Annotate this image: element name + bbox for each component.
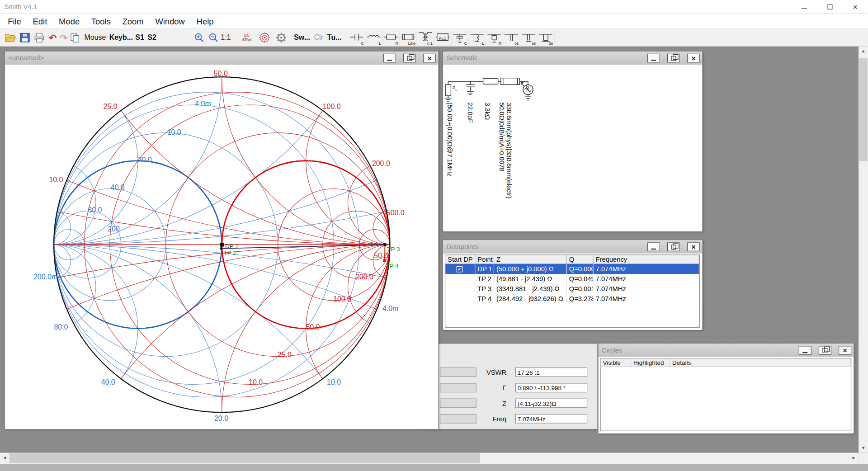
chart-window-close-button[interactable]: × (423, 54, 436, 63)
column-header-z[interactable]: Z (494, 255, 567, 263)
app-minimize-button[interactable] (792, 0, 817, 13)
start-dp-checkbox[interactable]: ✔ (457, 266, 462, 272)
column-header-start-dp[interactable]: Start DP (445, 255, 475, 263)
column-header-details[interactable]: Details (670, 358, 851, 366)
shunt-resistor-button[interactable]: R (486, 30, 503, 45)
clear-button[interactable]: Clr (314, 29, 323, 47)
z-value-field[interactable]: (4.11-j32.32)Ω (515, 399, 587, 408)
datapoint-row-tp-3[interactable]: TP 3(3349.881 - j2.439) ΩQ=0.0017.074MHz (445, 284, 699, 294)
circles-list-header: Visible Highlighted Details (601, 358, 851, 367)
column-header-point[interactable]: Point (475, 255, 494, 263)
menu-window[interactable]: Window (155, 16, 184, 26)
schematic-window-titlebar[interactable]: Schematic × (443, 52, 702, 65)
app-close-button[interactable]: × (843, 0, 868, 13)
menu-edit[interactable]: Edit (33, 16, 47, 26)
series-inductor-button[interactable]: L (365, 30, 382, 45)
save-button[interactable] (18, 30, 32, 45)
column-header-highlighted[interactable]: Highlighted (631, 358, 670, 366)
menu-zoom[interactable]: Zoom (123, 16, 144, 26)
sweep-button[interactable]: Sw... (294, 29, 310, 47)
menu-mode[interactable]: Mode (59, 16, 80, 26)
vertical-scroll-thumb[interactable] (859, 58, 867, 161)
printer-icon (34, 33, 45, 42)
circles-close-button[interactable]: × (839, 346, 851, 355)
datapoint-row-tp-2[interactable]: TP 2(49.881 - j2.439) ΩQ=0.0497.074MHz (445, 274, 699, 284)
transmission-line-button[interactable]: Line (400, 30, 417, 45)
sc-splot-button[interactable]: SC SPlot (240, 30, 254, 45)
datapoint-row-tp-4[interactable]: TP 4(284.492 - j932.626) ΩQ=3.2787.074MH… (445, 294, 699, 304)
open-button[interactable] (3, 30, 18, 45)
horizontal-scroll-thumb[interactable] (9, 453, 480, 463)
keyboard-button[interactable]: Keyb... (109, 29, 133, 47)
circles-tool-button[interactable] (257, 30, 272, 45)
print-button[interactable] (32, 30, 47, 45)
column-header-q[interactable]: Q (567, 255, 594, 263)
chart-window-maximize-button[interactable] (403, 54, 416, 63)
menu-help[interactable]: Help (197, 16, 214, 26)
stub-network-button[interactable]: ss (538, 30, 555, 45)
datapoints-table[interactable]: Start DP Point Z Q Frequency ✔DP 1(50.00… (445, 254, 700, 328)
menu-tools[interactable]: Tools (91, 16, 111, 26)
trace-point-tp-3[interactable] (383, 243, 386, 246)
s1-button[interactable]: S1 (135, 29, 144, 47)
grid-value-label: 200.0m (33, 273, 57, 281)
trace-point-dp-1[interactable] (220, 243, 224, 247)
shunt-inductor-button[interactable]: L (469, 30, 486, 45)
datapoints-minimize-button[interactable] (647, 242, 660, 251)
circles-maximize-button[interactable] (819, 346, 831, 355)
series-resistor-button[interactable]: R (383, 30, 400, 45)
chart-window-minimize-button[interactable] (383, 54, 396, 63)
rlc-network-button[interactable]: RLC (434, 30, 452, 45)
shorted-stub-button[interactable]: ss (520, 30, 538, 45)
settings-gear-button[interactable] (274, 30, 288, 45)
schematic-maximize-button[interactable] (667, 54, 680, 63)
vswr-clipped-field (440, 367, 476, 377)
open-stub-button[interactable]: os (503, 30, 520, 45)
scroll-right-button[interactable]: ► (849, 453, 859, 464)
vertical-scrollbar[interactable]: ▲ ▼ (859, 47, 868, 453)
horizontal-scrollbar[interactable]: ◄ ► (0, 453, 859, 464)
copy-button[interactable] (68, 30, 82, 45)
schematic-close-button[interactable]: × (687, 54, 700, 63)
datapoint-row-dp-1[interactable]: ✔DP 1(50.000 + j0.000) ΩQ=0.0007.074MHz (445, 264, 699, 274)
circles-list[interactable]: Visible Highlighted Details (600, 358, 851, 431)
schematic-diagram[interactable]: Z L Zin (443, 65, 702, 109)
datapoints-window-titlebar[interactable]: Datapoints × (443, 240, 702, 253)
menu-file[interactable]: File (8, 16, 21, 26)
shunt-capacitor-button[interactable]: C (452, 30, 469, 45)
transformer-button[interactable]: n:1 (417, 30, 434, 45)
scroll-left-button[interactable]: ◄ (0, 453, 9, 464)
schematic-minimize-button[interactable] (647, 54, 660, 63)
close-icon: × (692, 243, 696, 250)
grid-value-label: 500.0 (387, 209, 405, 217)
circles-window-titlebar[interactable]: Circles × (599, 344, 854, 357)
minimize-icon (802, 352, 807, 353)
scroll-up-button[interactable]: ▲ (859, 47, 868, 56)
zoom-ratio-button[interactable]: 1:1 (221, 29, 231, 47)
datapoints-maximize-button[interactable] (667, 242, 680, 251)
s2-button[interactable]: S2 (147, 29, 156, 47)
circles-minimize-button[interactable] (799, 346, 811, 355)
mouse-mode-button[interactable]: Mouse (84, 29, 106, 47)
series-capacitor-button[interactable]: C (348, 30, 365, 45)
scroll-down-button[interactable]: ▼ (859, 443, 868, 453)
gamma-value-field[interactable]: 0.890 / -113.998 ° (515, 383, 587, 392)
chart-window-titlebar[interactable]: <unnamed> × (5, 52, 438, 65)
trace-point-tp-2[interactable] (220, 247, 222, 250)
zin-label: Zin (525, 85, 530, 92)
freq-value-field[interactable]: 7.074MHz (515, 414, 587, 424)
app-maximize-button[interactable] (817, 0, 842, 13)
zoom-out-button[interactable] (206, 30, 221, 45)
column-header-frequency[interactable]: Frequency (594, 255, 699, 263)
zoom-in-button[interactable] (192, 30, 206, 45)
datapoints-close-button[interactable]: × (687, 242, 700, 251)
close-icon: × (692, 55, 696, 62)
maximize-icon (822, 348, 827, 353)
vswr-value-field[interactable]: 17.26 :1 (515, 367, 587, 377)
smith-chart[interactable]: DP 1TP 2TP 3TP 450.025.0100.010.0200.050… (5, 65, 438, 429)
trace-point-tp-4[interactable] (383, 259, 386, 262)
maximize-icon (827, 4, 832, 9)
cell-c3: (284.492 - j932.626) Ω (494, 294, 567, 304)
tune-button[interactable]: Tu... (327, 29, 342, 47)
column-header-visible[interactable]: Visible (601, 358, 631, 366)
